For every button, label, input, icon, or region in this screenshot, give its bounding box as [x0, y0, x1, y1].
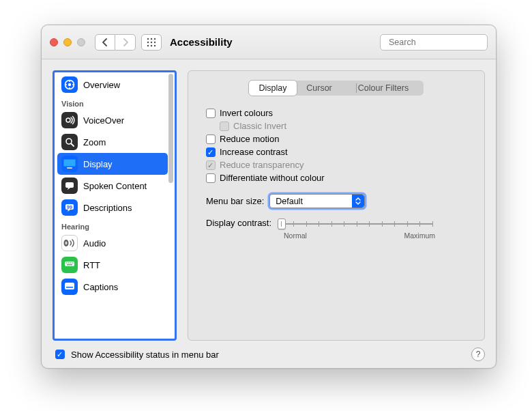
display-contrast-row: Display contrast: Normal Maximum [201, 218, 472, 240]
svg-point-12 [68, 83, 71, 86]
footer: Show Accessibility status in menu bar ? [42, 341, 496, 368]
minimize-window-button[interactable] [63, 38, 72, 46]
sidebar-item-descriptions[interactable]: 99Descriptions [57, 197, 168, 218]
show-all-button[interactable] [141, 34, 162, 51]
menubar-size-row: Menu bar size: Default [201, 194, 472, 208]
svg-rect-30 [68, 263, 70, 264]
check-reduce-motion[interactable]: Reduce motion [206, 134, 472, 144]
check-reduce-transparency-box [206, 160, 216, 170]
search-field[interactable] [380, 34, 488, 51]
tab-cursor[interactable]: Cursor [297, 81, 342, 96]
sidebar-item-overview[interactable]: Overview [57, 74, 168, 96]
svg-point-5 [154, 41, 156, 42]
svg-rect-20 [63, 159, 76, 167]
chevron-right-icon [122, 38, 129, 46]
select-stepper-icon [352, 195, 364, 208]
window-title: Accessibility [170, 36, 233, 48]
svg-point-1 [151, 38, 152, 39]
rtt-icon [61, 257, 78, 273]
sidebar-item-captions[interactable]: Captions [57, 276, 168, 298]
overview-icon [61, 76, 78, 93]
spoken-icon [61, 178, 78, 194]
checkbox-group: Invert colours Classic Invert Reduce mot… [201, 108, 472, 183]
tab-group: Display Cursor Colour Filters [249, 81, 424, 96]
check-increase-contrast-box[interactable] [206, 147, 216, 157]
menubar-size-value: Default [276, 197, 303, 206]
scrollbar-thumb[interactable] [168, 74, 173, 183]
sidebar-item-label: Captions [83, 282, 118, 292]
label: Differentiate without colour [220, 173, 325, 183]
svg-rect-35 [66, 287, 73, 288]
svg-line-19 [72, 144, 74, 147]
voiceover-icon [61, 112, 78, 128]
status-menubar-checkbox[interactable] [55, 350, 65, 359]
svg-rect-21 [67, 167, 72, 169]
back-button[interactable] [95, 34, 115, 51]
svg-point-26 [65, 242, 67, 245]
sidebar-item-label: Display [83, 159, 113, 169]
label: Reduce motion [220, 134, 279, 144]
svg-rect-29 [66, 263, 68, 264]
content-panel: Display Cursor Colour Filters Invert col… [188, 70, 485, 341]
forward-button[interactable] [115, 34, 136, 51]
svg-rect-31 [70, 263, 72, 264]
sidebar-item-zoom[interactable]: Zoom [57, 131, 168, 153]
slider-knob[interactable] [278, 218, 286, 229]
nav-buttons [95, 34, 136, 51]
sidebar-item-spoken-content[interactable]: Spoken Content [57, 175, 168, 197]
label: Invert colours [220, 108, 273, 118]
svg-point-4 [151, 41, 152, 42]
svg-point-18 [66, 139, 72, 144]
check-invert-colours-box[interactable] [206, 109, 216, 118]
status-menubar-label[interactable]: Show Accessibility status in menu bar [71, 350, 219, 360]
menubar-size-select[interactable]: Default [269, 194, 365, 208]
sidebar-item-label: Overview [83, 80, 120, 90]
svg-point-2 [154, 38, 156, 39]
svg-point-3 [147, 41, 149, 42]
tab-colour-filters[interactable]: Colour Filters [342, 81, 425, 96]
sidebar-heading: Vision [57, 96, 168, 109]
sidebar-item-rtt[interactable]: RTT [57, 254, 168, 276]
help-button[interactable]: ? [471, 348, 485, 361]
svg-point-0 [147, 38, 149, 39]
toolbar: Accessibility [42, 25, 496, 59]
display-icon [61, 156, 78, 172]
label: Reduce transparency [220, 160, 304, 170]
zoom-window-button[interactable] [77, 38, 85, 46]
label: Classic Invert [233, 121, 286, 131]
check-differentiate-colour-box[interactable] [206, 173, 216, 183]
audio-icon [61, 235, 78, 251]
sidebar-item-voiceover[interactable]: VoiceOver [57, 109, 168, 131]
sidebar-item-label: Descriptions [83, 203, 132, 213]
svg-rect-28 [65, 261, 74, 266]
check-reduce-transparency: Reduce transparency [206, 160, 472, 170]
svg-rect-33 [67, 264, 72, 265]
close-window-button[interactable] [50, 38, 58, 46]
check-classic-invert: Classic Invert [220, 121, 472, 131]
sidebar-item-label: Zoom [83, 137, 106, 147]
sidebar-item-display[interactable]: Display [57, 153, 168, 175]
chevron-left-icon [102, 38, 108, 46]
display-contrast-slider[interactable] [281, 218, 432, 230]
sidebar-heading: Hearing [57, 218, 168, 232]
check-invert-colours[interactable]: Invert colours [206, 108, 472, 118]
check-reduce-motion-box[interactable] [206, 134, 216, 144]
label: Increase contrast [220, 147, 288, 157]
svg-rect-34 [65, 283, 74, 289]
svg-point-8 [154, 44, 156, 46]
window-body: OverviewVisionVoiceOverZoomDisplaySpoken… [42, 59, 496, 341]
sidebar-item-audio[interactable]: Audio [57, 232, 168, 254]
sidebar-item-label: Audio [83, 238, 106, 249]
descriptions-icon: 99 [61, 199, 78, 216]
check-differentiate-colour[interactable]: Differentiate without colour [206, 173, 472, 183]
display-contrast-label: Display contrast: [206, 218, 278, 228]
captions-icon [61, 279, 78, 295]
check-increase-contrast[interactable]: Increase contrast [206, 147, 472, 157]
preferences-window: Accessibility OverviewVisionVoiceOverZoo… [41, 25, 497, 369]
search-input[interactable] [387, 37, 497, 48]
svg-rect-22 [65, 182, 74, 188]
svg-point-6 [147, 44, 149, 46]
tab-display[interactable]: Display [248, 80, 297, 96]
svg-rect-32 [72, 263, 74, 264]
sidebar-item-label: Spoken Content [83, 181, 147, 191]
